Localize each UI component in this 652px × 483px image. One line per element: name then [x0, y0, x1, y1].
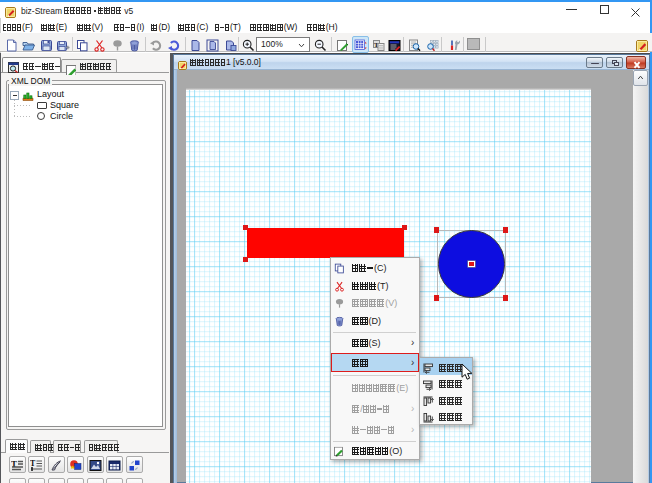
svg-text:T: T [30, 459, 36, 468]
